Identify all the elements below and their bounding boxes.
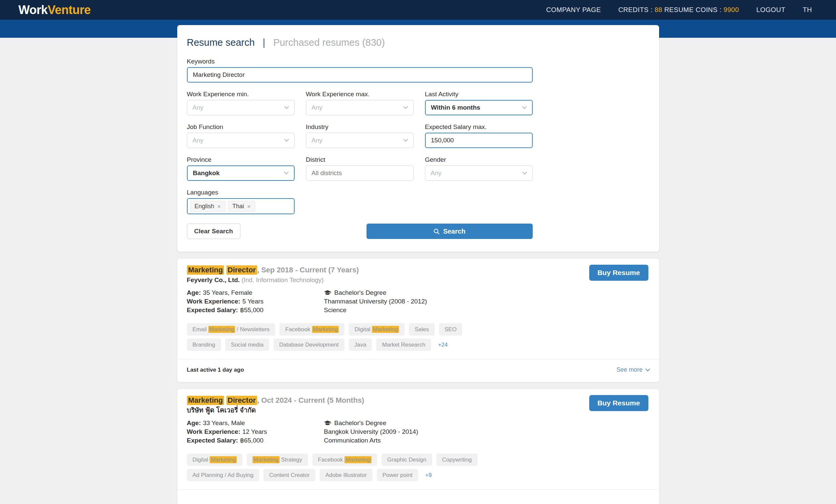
industry-select[interactable]: Any xyxy=(306,133,414,148)
close-icon[interactable]: × xyxy=(217,203,221,210)
resume-search-panel: Resume search | Purchased resumes (830) … xyxy=(177,25,659,252)
last-activity-value: Within 6 months xyxy=(431,104,480,111)
education-line: Bangkok University (2009 - 2014) xyxy=(324,427,418,436)
tag-row: Digital MarketingMarketing StrategyFaceb… xyxy=(187,453,649,466)
search-button[interactable]: Search xyxy=(366,224,533,239)
detail-label: Work Experience: xyxy=(187,427,241,436)
skill-tag: Market Research xyxy=(376,338,431,351)
more-tags-link[interactable]: +9 xyxy=(425,472,431,479)
text-segment: Strategy xyxy=(280,457,302,463)
buy-resume-button[interactable]: Buy Resume xyxy=(589,265,648,281)
text-segment: , Sep 2018 - Current (7 Years) xyxy=(257,266,359,274)
company-line: บริษัท ฟู้ด โคเวอรี่ จำกัด xyxy=(187,406,649,414)
text-segment: Content Creator xyxy=(269,472,310,478)
detail-line: Age:33 Years, Male xyxy=(187,419,324,427)
highlighted-keyword: Director xyxy=(226,396,257,405)
search-button-label: Search xyxy=(443,228,466,235)
nav-logout[interactable]: LOGOUT xyxy=(756,6,785,14)
highlighted-keyword: Marketing xyxy=(187,396,224,405)
highlighted-keyword: Marketing xyxy=(187,265,224,275)
education-line: Bachelor's Degree xyxy=(324,288,427,297)
chevron-down-icon xyxy=(284,104,289,109)
work-exp-min-select[interactable]: Any xyxy=(187,100,294,115)
text-segment xyxy=(224,396,226,404)
detail-label: Expected Salary: xyxy=(187,436,238,445)
detail-line: Expected Salary:฿65,000 xyxy=(187,436,324,445)
clear-search-button[interactable]: Clear Search xyxy=(187,224,241,239)
card-main: Marketing Director, Oct 2024 - Current (… xyxy=(177,389,659,481)
tab-purchased-resumes[interactable]: Purchased resumes (830) xyxy=(273,36,385,49)
workventure-logo[interactable]: WorkVenture xyxy=(18,3,91,17)
chevron-down-icon xyxy=(403,137,407,142)
language-chip-label: English xyxy=(195,203,214,210)
text-segment: Graphic Design xyxy=(387,457,426,463)
education-column: Bachelor's DegreeBangkok University (200… xyxy=(324,419,418,445)
province-select[interactable]: Bangkok xyxy=(187,166,294,181)
text-segment: SEO xyxy=(445,326,457,332)
gender-select[interactable]: Any xyxy=(425,166,533,181)
languages-group: Languages English×Thai× xyxy=(187,189,294,214)
job-function-select[interactable]: Any xyxy=(187,133,294,148)
last-activity-select[interactable]: Within 6 months xyxy=(425,100,533,115)
chevron-down-icon xyxy=(403,104,407,109)
detail-line: Work Experience:5 Years xyxy=(187,297,324,306)
company-industry-note: (Ind. Information Technology) xyxy=(240,276,324,284)
highlighted-keyword: Marketing xyxy=(210,456,237,463)
province-value: Bangkok xyxy=(193,170,220,177)
province-group: Province Bangkok xyxy=(187,156,294,181)
text-segment: , Oct 2024 - Current (5 Months) xyxy=(257,396,364,404)
buy-resume-button[interactable]: Buy Resume xyxy=(589,395,648,411)
detail-line: Expected Salary:฿55,000 xyxy=(187,306,324,314)
see-more-link[interactable]: See more xyxy=(616,366,649,373)
company-name: Feyverly Co., Ltd. xyxy=(187,276,240,284)
text-segment: / Newsletters xyxy=(235,326,269,332)
nav-company-page[interactable]: COMPANY PAGE xyxy=(546,6,601,14)
education-value: Science xyxy=(324,306,347,314)
text-segment: Database Development xyxy=(279,342,339,348)
work-exp-max-select[interactable]: Any xyxy=(306,100,414,115)
close-icon[interactable]: × xyxy=(247,203,251,210)
industry-group: Industry Any xyxy=(306,123,414,148)
resume-result-card: Marketing Director, Oct 2024 - Current (… xyxy=(177,389,659,504)
coins-value: 9900 xyxy=(724,6,739,13)
education-value: Bangkok University (2009 - 2014) xyxy=(324,427,418,436)
gender-group: Gender Any xyxy=(425,156,533,181)
job-function-group: Job Function Any xyxy=(187,123,294,148)
education-line: Science xyxy=(324,306,427,314)
nav-credits-and-coins: CREDITS : 88 RESUME COINS : 9900 xyxy=(618,6,739,14)
tab-resume-search[interactable]: Resume search xyxy=(187,36,255,49)
expected-salary-input[interactable] xyxy=(425,133,533,148)
text-segment: Branding xyxy=(193,342,215,348)
text-segment xyxy=(224,266,226,274)
job-function-label: Job Function xyxy=(187,123,294,131)
text-segment: Facebook xyxy=(285,326,312,332)
education-value: Bachelor's Degree xyxy=(335,288,386,297)
text-segment: Sales xyxy=(415,326,429,332)
highlighted-keyword: Marketing xyxy=(252,456,280,463)
work-exp-min-group: Work Experience min. Any xyxy=(187,91,294,115)
work-exp-min-label: Work Experience min. xyxy=(187,91,294,98)
text-segment: Digital xyxy=(355,326,372,332)
text-segment: Email xyxy=(193,326,208,332)
keywords-field-group: Keywords xyxy=(187,58,533,82)
text-segment: Market Research xyxy=(382,342,425,348)
top-nav-links: COMPANY PAGE CREDITS : 88 RESUME COINS :… xyxy=(546,6,812,14)
nav-language-toggle[interactable]: TH xyxy=(803,6,812,14)
detail-line: Work Experience:12 Years xyxy=(187,427,324,436)
text-segment: Ad Planning / Ad Buying xyxy=(193,472,253,478)
chevron-down-icon xyxy=(284,170,288,174)
languages-multiselect[interactable]: English×Thai× xyxy=(187,198,294,214)
more-tags-link[interactable]: +24 xyxy=(438,342,448,348)
last-activity-group: Last Activity Within 6 months xyxy=(425,91,533,115)
district-input[interactable] xyxy=(306,166,414,181)
skill-tags: Email Marketing / NewslettersFacebook Ma… xyxy=(187,323,649,351)
skill-tag: Ad Planning / Ad Buying xyxy=(187,469,259,481)
search-results-list: Marketing Director, Sep 2018 - Current (… xyxy=(177,259,659,504)
detail-label: Age: xyxy=(187,419,201,427)
keywords-input[interactable] xyxy=(187,67,533,82)
coins-label: RESUME COINS : xyxy=(664,6,721,13)
chevron-down-icon xyxy=(522,104,526,109)
card-footer: Last active 1 day agoSee more xyxy=(177,359,659,382)
top-navigation-bar: WorkVenture COMPANY PAGE CREDITS : 88 RE… xyxy=(0,0,836,20)
text-segment: Java xyxy=(355,342,366,348)
